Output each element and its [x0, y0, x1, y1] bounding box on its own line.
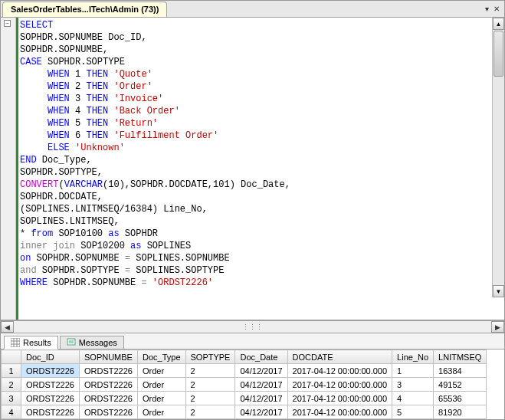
document-tab[interactable]: SalesOrderTables...lTech\Admin (73))	[2, 2, 167, 17]
row-number[interactable]: 3	[2, 392, 21, 405]
scroll-track-vertical[interactable]	[493, 77, 504, 285]
col-docdate[interactable]: DOCDATE	[287, 350, 392, 364]
scroll-left-icon[interactable]: ◀	[1, 321, 14, 333]
scroll-down-icon[interactable]: ▼	[493, 285, 504, 297]
cell[interactable]: 65536	[434, 392, 487, 405]
cell[interactable]: Order	[137, 392, 185, 405]
scroll-up-icon[interactable]: ▲	[493, 18, 504, 30]
cell[interactable]: 2	[185, 405, 235, 419]
results-grid[interactable]: Doc_ID SOPNUMBE Doc_Type SOPTYPE Doc_Dat…	[1, 349, 504, 419]
col-line-no[interactable]: Line_No	[392, 350, 434, 364]
table-row[interactable]: 3ORDST2226ORDST2226Order204/12/20172017-…	[2, 392, 487, 405]
cell[interactable]: 04/12/2017	[235, 378, 287, 392]
sql-code-area[interactable]: SELECT SOPHDR.SOPNUMBE Doc_ID, SOPHDR.SO…	[16, 18, 504, 320]
svg-rect-0	[11, 338, 20, 347]
col-doc-date[interactable]: Doc_Date	[235, 350, 287, 364]
results-tab-bar: Results Messages	[1, 333, 504, 349]
tab-close-icon[interactable]: ✕	[494, 5, 500, 13]
cell[interactable]: ORDST2226	[21, 392, 80, 405]
sql-editor[interactable]: − SELECT SOPHDR.SOPNUMBE Doc_ID, SOPHDR.…	[1, 18, 504, 320]
cell[interactable]: 1	[392, 364, 434, 378]
cell[interactable]: ORDST2226	[79, 364, 137, 378]
cell[interactable]: ORDST2226	[21, 405, 80, 419]
corner-cell[interactable]	[2, 350, 21, 364]
col-sopnumbe[interactable]: SOPNUMBE	[79, 350, 137, 364]
cell[interactable]: 2017-04-12 00:00:00.000	[287, 378, 392, 392]
cell[interactable]: ORDST2226	[79, 378, 137, 392]
document-tab-bar: SalesOrderTables...lTech\Admin (73)) ▾ ✕	[1, 1, 504, 18]
fold-toggle-icon[interactable]: −	[4, 20, 11, 27]
cell[interactable]: 2017-04-12 00:00:00.000	[287, 405, 392, 419]
cell[interactable]: 04/12/2017	[235, 364, 287, 378]
results-table: Doc_ID SOPNUMBE Doc_Type SOPTYPE Doc_Dat…	[1, 349, 487, 419]
col-doc-type[interactable]: Doc_Type	[137, 350, 185, 364]
row-number[interactable]: 1	[2, 364, 21, 378]
results-grid-icon	[11, 338, 20, 347]
col-doc-id[interactable]: Doc_ID	[21, 350, 80, 364]
editor-vertical-scrollbar[interactable]: ▲ ▼	[492, 18, 504, 297]
row-number[interactable]: 4	[2, 405, 21, 419]
cell[interactable]: Order	[137, 405, 185, 419]
cell[interactable]: ORDST2226	[79, 405, 137, 419]
cell[interactable]: ORDST2226	[21, 378, 80, 392]
cell[interactable]: 04/12/2017	[235, 392, 287, 405]
svg-rect-5	[67, 339, 75, 345]
tab-dropdown-icon[interactable]: ▾	[485, 5, 489, 13]
cell[interactable]: 2	[185, 378, 235, 392]
tab-window-controls: ▾ ✕	[485, 5, 504, 13]
table-header-row: Doc_ID SOPNUMBE Doc_Type SOPTYPE Doc_Dat…	[2, 350, 487, 364]
cell[interactable]: ORDST2226	[79, 392, 137, 405]
messages-icon	[67, 338, 76, 347]
table-row[interactable]: 1ORDST2226ORDST2226Order204/12/20172017-…	[2, 364, 487, 378]
cell[interactable]: Order	[137, 364, 185, 378]
table-row[interactable]: 2ORDST2226ORDST2226Order204/12/20172017-…	[2, 378, 487, 392]
cell[interactable]: 49152	[434, 378, 487, 392]
scroll-track[interactable]: ⋮⋮⋮	[14, 321, 491, 333]
cell[interactable]: Order	[137, 378, 185, 392]
cell[interactable]: 5	[392, 405, 434, 419]
document-tab-title: SalesOrderTables...lTech\Admin (73))	[11, 5, 159, 14]
scroll-right-icon[interactable]: ▶	[491, 321, 504, 333]
cell[interactable]: 2017-04-12 00:00:00.000	[287, 364, 392, 378]
cell[interactable]: 81920	[434, 405, 487, 419]
cell[interactable]: 2	[185, 392, 235, 405]
cell[interactable]: ORDST2226	[21, 364, 80, 378]
editor-gutter: −	[1, 18, 16, 320]
cell[interactable]: 3	[392, 378, 434, 392]
row-number[interactable]: 2	[2, 378, 21, 392]
cell[interactable]: 04/12/2017	[235, 405, 287, 419]
cell[interactable]: 2017-04-12 00:00:00.000	[287, 392, 392, 405]
col-lnitmseq[interactable]: LNITMSEQ	[434, 350, 487, 364]
tab-messages-label: Messages	[79, 338, 117, 347]
editor-horizontal-scrollbar[interactable]: ◀ ⋮⋮⋮ ▶	[1, 320, 504, 333]
cell[interactable]: 4	[392, 392, 434, 405]
tab-results[interactable]: Results	[4, 336, 58, 349]
tab-messages[interactable]: Messages	[60, 336, 124, 349]
scroll-thumb[interactable]	[494, 31, 503, 77]
tab-results-label: Results	[23, 338, 51, 347]
table-row[interactable]: 4ORDST2226ORDST2226Order204/12/20172017-…	[2, 405, 487, 419]
cell[interactable]: 2	[185, 364, 235, 378]
col-soptype[interactable]: SOPTYPE	[185, 350, 235, 364]
cell[interactable]: 16384	[434, 364, 487, 378]
